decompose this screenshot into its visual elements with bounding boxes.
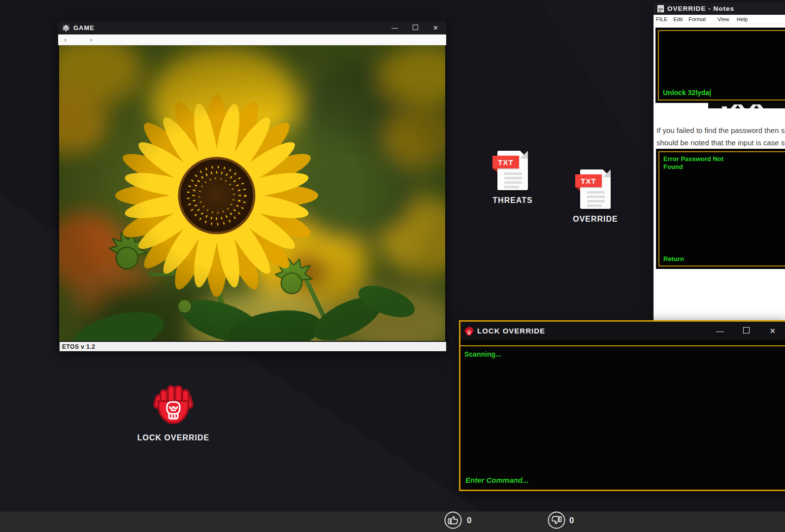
notes-paragraph: If you failed to find the password then …	[656, 124, 785, 149]
likes-count: 0	[467, 516, 471, 526]
hand-skull-icon-small	[464, 326, 474, 336]
divider	[460, 345, 785, 346]
txt-file-icon[interactable]: TXT	[580, 169, 611, 209]
maximize-button[interactable]	[743, 327, 750, 335]
text-cursor: |	[709, 89, 711, 97]
close-button[interactable]: ✕	[433, 24, 438, 32]
thumbs-up-icon[interactable]	[444, 511, 462, 530]
lock-window-title: LOCK OVERRIDE	[477, 327, 545, 335]
sunflower-photo	[58, 45, 446, 341]
taskbar: 0 0	[0, 511, 785, 532]
game-version-label: ETOS v 1.2	[62, 343, 95, 350]
notes-window: OVERRIDE - Notes FILE Edit Format View H…	[654, 2, 785, 324]
menu-view[interactable]: View	[718, 16, 729, 22]
notes-document[interactable]: Unlock 32lyda| If you failed to find the…	[654, 24, 785, 324]
unlock-hint-text: Unlock 32lyda	[663, 89, 709, 97]
notes-menubar: FILE Edit Format View Help	[654, 15, 785, 24]
badge-fold	[492, 168, 497, 172]
error-line-2: Found	[663, 163, 723, 171]
notes-terminal-screenshot-2: Error Password Not Found Return	[656, 149, 785, 269]
desktop: GAME — ✕ ‹ ›	[0, 0, 785, 532]
thumbs-down-icon[interactable]	[547, 511, 566, 530]
paragraph-line-2: should be noted that the input is case s…	[656, 136, 785, 149]
game-window-title: GAME	[73, 24, 95, 32]
dislikes-count: 0	[569, 516, 574, 526]
icon-label-lock-override[interactable]: LOCK OVERRIDE	[134, 433, 213, 442]
badge-fold	[575, 187, 580, 191]
scan-status-text: Scanning...	[464, 350, 501, 358]
back-icon[interactable]: ‹	[60, 36, 71, 43]
page-fold	[520, 151, 528, 159]
return-label: Return	[663, 255, 684, 263]
forward-icon[interactable]: ›	[86, 36, 97, 43]
game-skull-icon	[62, 24, 70, 32]
clipped-skull-image	[708, 103, 785, 108]
lock-titlebar[interactable]: LOCK OVERRIDE — ✕	[460, 322, 785, 340]
hand-skull-icon[interactable]	[153, 380, 194, 428]
icon-label-override[interactable]: OVERRIDE	[561, 215, 630, 224]
menu-file[interactable]: FILE	[656, 16, 667, 22]
game-navbar: ‹ ›	[58, 34, 446, 45]
menu-format[interactable]: Format	[688, 16, 706, 22]
paragraph-line-1: If you failed to find the password then …	[656, 124, 785, 136]
error-line-1: Error Password Not	[663, 155, 723, 163]
txt-badge: TXT	[575, 174, 602, 187]
txt-badge: TXT	[492, 156, 519, 168]
minimize-button[interactable]: —	[716, 327, 723, 335]
notepad-icon	[657, 5, 664, 12]
notes-terminal-screenshot-1: Unlock 32lyda|	[655, 28, 785, 103]
page-fold	[603, 169, 611, 177]
menu-help[interactable]: Help	[737, 16, 748, 22]
command-input[interactable]	[464, 475, 632, 485]
lock-override-window: LOCK OVERRIDE — ✕ Scanning...	[459, 320, 785, 491]
notes-window-title: OVERRIDE - Notes	[667, 5, 734, 12]
game-status-bar: ETOS v 1.2	[58, 341, 446, 351]
maximize-button[interactable]	[413, 24, 418, 32]
txt-file-icon[interactable]: TXT	[497, 151, 528, 190]
minimize-button[interactable]: —	[392, 24, 398, 32]
close-button[interactable]: ✕	[769, 327, 776, 335]
notes-titlebar[interactable]: OVERRIDE - Notes	[654, 2, 785, 15]
game-titlebar[interactable]: GAME — ✕	[58, 21, 446, 34]
menu-edit[interactable]: Edit	[673, 16, 683, 22]
icon-label-threats[interactable]: THREATS	[478, 196, 547, 205]
game-window: GAME — ✕ ‹ ›	[58, 21, 446, 351]
